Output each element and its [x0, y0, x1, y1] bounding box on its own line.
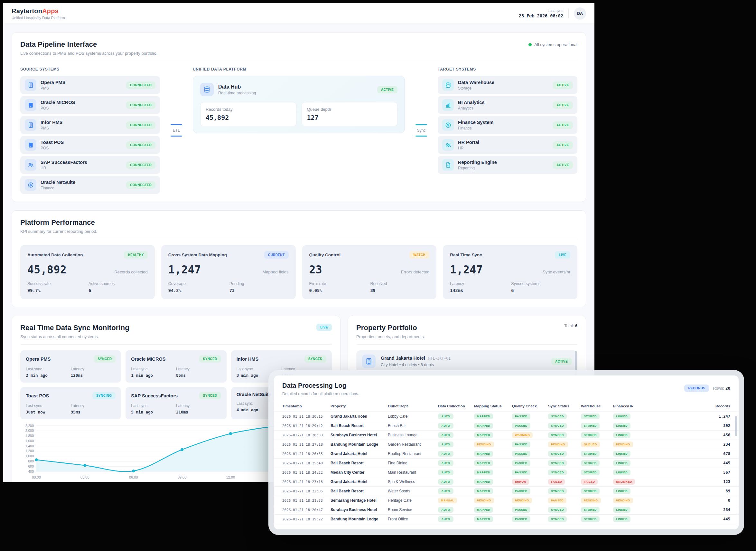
log-records: 445: [647, 517, 730, 521]
kpi-card[interactable]: Cross System Data Mapping CURRENT 1,247 …: [161, 245, 296, 299]
sync-connector: Sync: [410, 67, 433, 194]
kpi-substat: Active sources 6: [89, 282, 148, 293]
sync-system-card[interactable]: Oracle MICROS SYNCED Last sync 1 min ago…: [126, 350, 226, 383]
database-icon: [442, 79, 454, 91]
source-system-row[interactable]: Opera PMS PMS CONNECTED: [20, 76, 160, 94]
sync-badge: PAUSED: [548, 498, 566, 503]
kpi-status-badge: HEALTHY: [124, 251, 147, 258]
warehouse-badge: STORED: [581, 488, 600, 494]
kpi-substat-label: Resolved: [370, 282, 429, 286]
last-sync: Last sync 23 Feb 2026 08:02: [519, 9, 563, 18]
finance-badge: PENDING: [613, 498, 633, 503]
collection-badge: AUTO: [438, 470, 453, 475]
system-type: HR: [458, 146, 548, 150]
sync-system-name: Infor HMS: [237, 357, 258, 362]
data-hub-card[interactable]: Data Hub Real-time processing ACTIVE Rec…: [193, 76, 405, 133]
log-table-row[interactable]: 2026-01-21 18:27:18 Bandung Mountain Lod…: [274, 440, 739, 449]
log-table-row[interactable]: 2026-01-21 18:20:47 Surabaya Business Ho…: [274, 505, 739, 515]
sync-last-sync: Last sync 3 min ago: [237, 367, 282, 378]
log-property: Semarang Heritage Hotel: [331, 498, 388, 503]
last-sync-value: 5 min ago: [131, 410, 176, 415]
log-outlet: Spa & Wellness: [388, 480, 438, 484]
mapping-badge: MAPPED: [474, 451, 493, 457]
quality-badge: PASSED: [512, 423, 530, 429]
system-name: Finance System: [458, 120, 548, 125]
portfolio-scrollbar-thumb[interactable]: [575, 351, 577, 379]
log-column-header[interactable]: Data Collection: [438, 404, 474, 408]
log-outlet: Lobby Cafe: [388, 414, 438, 419]
log-records: 234: [647, 508, 730, 512]
collection-badge: AUTO: [438, 442, 453, 447]
svg-text:2,000: 2,000: [25, 429, 34, 433]
last-sync-label: Last sync: [26, 367, 71, 371]
quality-badge: ERROR: [512, 479, 529, 485]
sync-system-card[interactable]: Toast POS SYNCING Last sync Just now Lat…: [20, 387, 121, 419]
data-hub-header: Data Hub Real-time processing ACTIVE: [200, 83, 397, 96]
log-table-row[interactable]: 2026-01-21 18:22:05 Bali Beach Resort Wa…: [274, 487, 739, 496]
sync-status-badge: SYNCED: [199, 392, 221, 399]
source-system-row[interactable]: Oracle MICROS POS CONNECTED: [20, 96, 160, 114]
kpi-substat-value: 73: [229, 288, 289, 293]
log-outlet: Front Office: [388, 517, 438, 521]
data-hub-subtitle: Real-time processing: [218, 91, 373, 95]
source-system-row[interactable]: SAP SuccessFactors HR CONNECTED: [20, 156, 160, 174]
log-column-header[interactable]: Quality Check: [512, 404, 548, 408]
property-row[interactable]: Grand Jakarta HotelHTL-JKT-01 City Hotel…: [356, 350, 577, 372]
sync-system-card[interactable]: Opera PMS SYNCED Last sync 2 min ago Lat…: [20, 350, 121, 383]
target-system-row[interactable]: Finance System Finance ACTIVE: [438, 116, 577, 134]
kpi-substat: Pending 73: [229, 282, 289, 293]
performance-subtitle: KPI summary for current reporting period…: [20, 229, 97, 234]
log-scrollbar-thumb[interactable]: [735, 416, 737, 436]
log-column-header[interactable]: Warehouse: [581, 404, 613, 408]
source-system-row[interactable]: Infor HMS PMS CONNECTED: [20, 116, 160, 134]
log-table-row[interactable]: 2026-01-21 18:24:22 Medan City Center Ma…: [274, 468, 739, 477]
source-system-row[interactable]: Toast POS POS CONNECTED: [20, 136, 160, 154]
log-table-row[interactable]: 2026-01-21 18:26:55 Grand Jakarta Hotel …: [274, 449, 739, 459]
system-status-badge: ACTIVE: [553, 141, 573, 149]
log-table-row[interactable]: 2026-01-21 18:23:18 Grand Jakarta Hotel …: [274, 477, 739, 487]
log-subtitle: Detailed records for all platform operat…: [282, 392, 359, 396]
last-sync-label: Last sync: [131, 367, 176, 371]
log-table-row[interactable]: 2026-01-21 18:21:33 Semarang Heritage Ho…: [274, 496, 739, 505]
kpi-card[interactable]: Real Time Sync LIVE 1,247 Sync events/hr…: [443, 245, 577, 299]
log-table-row[interactable]: 2026-01-21 18:30:15 Grand Jakarta Hotel …: [274, 412, 739, 421]
system-name: Data Warehouse: [458, 80, 548, 85]
brand-subtitle: Unified Hospitality Data Platform: [12, 16, 65, 20]
sync-system-card[interactable]: SAP SuccessFactors SYNCED Last sync 5 mi…: [126, 387, 226, 419]
target-system-row[interactable]: HR Portal HR ACTIVE: [438, 136, 577, 154]
quality-badge: PASSED: [512, 488, 530, 494]
log-table-row[interactable]: 2026-01-21 18:29:42 Bali Beach Resort Be…: [274, 421, 739, 431]
target-system-row[interactable]: BI Analytics Analytics ACTIVE: [438, 96, 577, 114]
kpi-card[interactable]: Quality Control WATCH 23 Errors detected…: [302, 245, 437, 299]
divider: [356, 344, 577, 345]
target-system-row[interactable]: Reporting Engine Reporting ACTIVE: [438, 156, 577, 174]
kpi-substat: Latency 142ms: [450, 282, 509, 293]
warehouse-badge: STORED: [581, 507, 600, 513]
warehouse-badge: STORED: [581, 432, 600, 438]
log-column-header[interactable]: Sync Status: [548, 404, 581, 408]
target-system-row[interactable]: Data Warehouse Storage ACTIVE: [438, 76, 577, 94]
avatar[interactable]: DA: [574, 7, 586, 20]
log-column-header[interactable]: Finance/HR: [613, 404, 647, 408]
log-column-header[interactable]: Timestamp: [282, 404, 331, 408]
log-table-row[interactable]: 2026-01-21 18:19:22 Bandung Mountain Lod…: [274, 515, 739, 524]
last-sync-label: Last sync: [131, 404, 176, 408]
log-column-header[interactable]: Outlet/Dept: [388, 404, 438, 408]
source-system-row[interactable]: Oracle NetSuite Finance CONNECTED: [20, 176, 160, 194]
property-code: HTL-JKT-01: [428, 356, 451, 361]
collection-badge: AUTO: [438, 414, 453, 419]
log-table-row[interactable]: 2026-01-21 18:28:33 Surabaya Business Ho…: [274, 431, 739, 440]
kpi-card[interactable]: Automated Data Collection HEALTHY 45,892…: [20, 245, 155, 299]
source-systems-column: SOURCE SYSTEMS Opera PMS PMS CONNECTED O…: [20, 67, 160, 194]
kpi-grid: Automated Data Collection HEALTHY 45,892…: [20, 245, 577, 299]
system-name: Oracle NetSuite: [41, 180, 122, 185]
performance-title: Platform Performance: [20, 218, 97, 227]
last-sync-label: Last sync: [237, 367, 282, 371]
log-records: 0: [647, 498, 730, 503]
log-table-row[interactable]: [274, 524, 739, 527]
log-column-header[interactable]: Property: [331, 404, 388, 408]
log-column-header[interactable]: Mapping Status: [474, 404, 512, 408]
log-column-header[interactable]: Records: [647, 404, 730, 408]
log-table-row[interactable]: 2026-01-21 18:25:40 Bali Beach Resort Fi…: [274, 459, 739, 468]
sync-last-sync: Last sync Just now: [26, 404, 71, 415]
